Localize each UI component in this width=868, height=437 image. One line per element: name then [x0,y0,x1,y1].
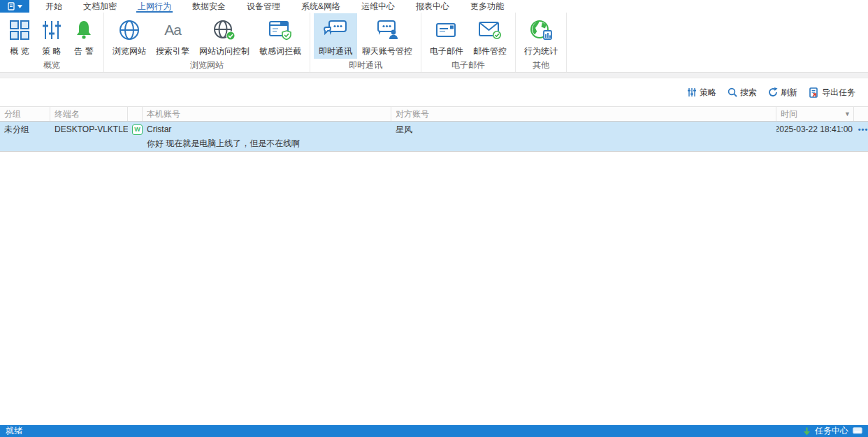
website-access-control-label: 网站访问控制 [199,45,249,57]
mail-control-label: 邮件管控 [473,45,507,57]
browser-shield-icon [268,17,292,43]
app-menu-icon [8,2,16,10]
column-header-local-account[interactable]: 本机账号 [143,107,391,121]
tab-report-center[interactable]: 报表中心 [405,0,460,13]
search-engine-label: 搜索引擎 [156,45,189,57]
ribbon-group-other-label: 其他 [519,59,563,74]
globe-icon [118,17,140,43]
grid-icon [9,17,30,43]
search-action[interactable]: 搜索 [728,87,757,99]
ribbon-group-overview-buttons: 概 览 策 略 [3,13,100,59]
chevron-down-icon [17,5,22,8]
ribbon-group-other: 行为统计 其他 [516,13,567,72]
export-icon [809,87,819,98]
mail-check-icon [477,17,502,43]
table-row[interactable]: 未分组 DESKTOP-VLKTLE1 W Cristar 星风 2025-03… [0,122,868,152]
column-header-peer-account[interactable]: 对方账号 [391,107,776,121]
cell-peer-account: 星风 [391,122,776,137]
column-header-time-label: 时间 [781,108,797,120]
ribbon-tabs: 开始 文档加密 上网行为 数据安全 设备管理 系统&网络 运维中心 报表中心 更… [35,0,514,13]
instant-messaging-button[interactable]: 即时通讯 [314,13,357,59]
chat-account-control-button[interactable]: 聊天账号管控 [357,13,417,59]
search-engine-button[interactable]: Aa 搜索引擎 [151,13,194,59]
sort-caret-icon[interactable]: ▼ [844,110,851,117]
ribbon-group-email-buttons: 电子邮件 邮件管控 [425,13,512,59]
column-header-actions [854,107,868,121]
cell-app-icon: W [128,122,143,137]
app-menu-button[interactable] [0,0,29,13]
ribbon-group-other-buttons: 行为统计 [519,13,563,59]
tab-start[interactable]: 开始 [35,0,73,13]
tab-doc-encryption[interactable]: 文档加密 [73,0,127,13]
tab-internet-behavior[interactable]: 上网行为 [127,0,182,13]
ribbon-group-browse-web: 浏览网站 Aa 搜索引擎 [104,13,310,72]
status-bar-right: 任务中心 [803,425,862,437]
behavior-statistics-label: 行为统计 [524,45,558,57]
row-menu-button[interactable]: ••• [858,125,868,134]
export-tasks-action-label: 导出任务 [822,87,855,99]
browse-website-label: 浏览网站 [113,45,146,57]
refresh-icon [768,87,778,97]
tab-more-functions[interactable]: 更多功能 [460,0,514,13]
chat-bubbles-icon [323,17,348,43]
column-header-group[interactable]: 分组 [0,107,50,121]
policy-label: 策 略 [42,45,61,57]
email-label: 电子邮件 [430,45,463,57]
wechat-icon: W [132,124,143,135]
behavior-statistics-button[interactable]: 行为统计 [519,13,563,59]
policy-action-label: 策略 [700,87,716,99]
overview-button[interactable]: 概 览 [3,13,36,59]
cell-terminal: DESKTOP-VLKTLE1 [50,122,128,137]
ribbon-group-overview: 概 览 策 略 [0,13,104,72]
task-center-button[interactable]: 任务中心 [815,425,848,437]
chat-message-preview: 你好 现在就是电脑上线了，但是不在线啊 [0,137,868,151]
website-access-control-button[interactable]: 网站访问控制 [194,13,254,59]
ribbon-group-browse-web-label: 浏览网站 [108,59,306,74]
font-aa-icon: Aa [164,17,181,43]
overview-label: 概 览 [10,45,29,57]
browse-website-button[interactable]: 浏览网站 [108,13,151,59]
policy-button[interactable]: 策 略 [36,13,68,59]
globe-check-icon [212,17,236,43]
refresh-action-label: 刷新 [781,87,797,99]
status-bar: 就绪 任务中心 [0,425,868,437]
ribbon-group-browse-web-buttons: 浏览网站 Aa 搜索引擎 [108,13,306,59]
policy-action[interactable]: 策略 [687,87,716,99]
ribbon: 概 览 策 略 [0,13,868,73]
search-icon [728,87,737,97]
records-table: 分组 终端名 本机账号 对方账号 时间 ▼ 未分组 DESKTOP-VLKTLE… [0,106,868,152]
status-ready-text: 就绪 [6,425,22,437]
globe-chart-icon [528,17,554,43]
tab-ops-center[interactable]: 运维中心 [351,0,405,13]
email-button[interactable]: 电子邮件 [425,13,468,59]
table-row-main-line: 未分组 DESKTOP-VLKTLE1 W Cristar 星风 2025-03… [0,122,868,137]
monitor-icon[interactable] [853,427,862,435]
sliders-small-icon [687,87,697,97]
tab-device-management[interactable]: 设备管理 [236,0,291,13]
ribbon-group-overview-label: 概览 [3,59,100,74]
mail-control-button[interactable]: 邮件管控 [468,13,512,59]
column-header-time[interactable]: 时间 ▼ [776,107,854,121]
chat-account-control-label: 聊天账号管控 [362,45,412,57]
sensitive-word-block-button[interactable]: 敏感词拦截 [254,13,306,59]
alert-button[interactable]: 告 警 [68,13,100,59]
ribbon-group-im-buttons: 即时通讯 聊天账号管控 [314,13,417,59]
tab-system-network[interactable]: 系统&网络 [291,0,351,13]
ribbon-group-im: 即时通讯 聊天账号管控 即时通讯 [310,13,421,72]
mail-icon [435,17,458,43]
bell-icon [74,17,94,43]
chat-user-icon [375,17,400,43]
ribbon-group-email-label: 电子邮件 [425,59,512,74]
table-header: 分组 终端名 本机账号 对方账号 时间 ▼ [0,106,868,122]
instant-messaging-label: 即时通讯 [319,45,352,57]
column-header-terminal[interactable]: 终端名 [50,107,128,121]
cell-group: 未分组 [0,122,50,137]
export-tasks-action[interactable]: 导出任务 [809,87,855,99]
refresh-action[interactable]: 刷新 [768,87,797,99]
column-header-app-icon[interactable] [128,107,143,121]
cell-actions: ••• [854,122,868,137]
ribbon-group-im-label: 即时通讯 [314,59,417,74]
tab-data-security[interactable]: 数据安全 [182,0,236,13]
download-arrow-icon [803,427,811,436]
cell-time: 2025-03-22 18:41:00 [776,122,854,137]
